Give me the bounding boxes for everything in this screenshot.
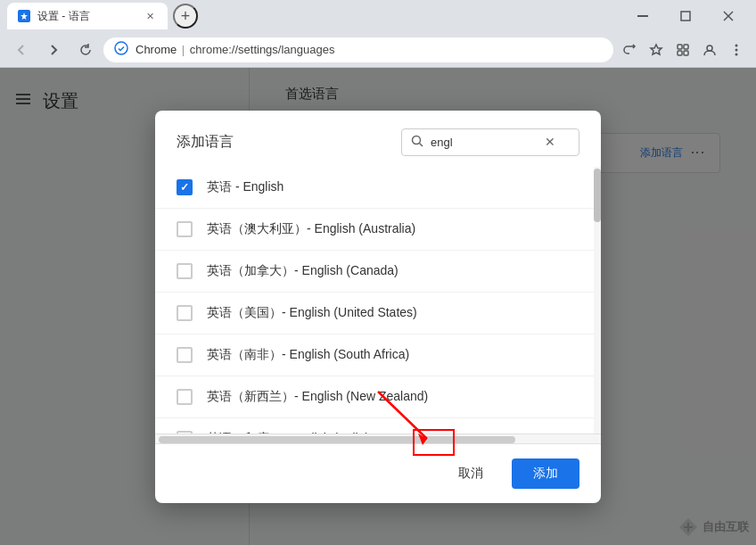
svg-rect-1 [681,12,690,21]
svg-point-4 [115,42,127,54]
modal-body: 英语 - English 英语（澳大利亚）- English (Australi… [155,167,601,443]
active-tab[interactable]: 设置 - 语言 ✕ [7,3,168,29]
language-list[interactable]: 英语 - English 英语（澳大利亚）- English (Australi… [155,167,594,434]
lang-name-english-us: 英语（美国）- English (United States) [207,305,417,321]
modal-list-container: 英语 - English 英语（澳大利亚）- English (Australi… [155,167,601,434]
lang-checkbox-english[interactable] [177,179,193,195]
modal-hscroll-thumb [159,436,515,443]
add-button[interactable]: 添加 [512,458,579,489]
lang-list-item[interactable]: 英语（印度）- English (India) [155,418,594,434]
svg-point-13 [735,53,738,55]
share-button[interactable] [617,37,642,62]
lang-list-item[interactable]: 英语（新西兰）- English (New Zealand) [155,376,594,418]
lang-name-english-canada: 英语（加拿大）- English (Canada) [207,263,399,279]
address-security-icon [114,41,128,58]
tab-close-button[interactable]: ✕ [143,9,157,23]
window-controls [622,2,749,30]
page-content: 设置 首选语言 网站会尽可能... 中文（简体） 添加语言 ⋮ 1. 中...将… [0,68,756,545]
modal-overlay: 添加语言 ✕ [0,68,756,545]
svg-rect-6 [678,45,682,49]
language-search-box[interactable]: ✕ [401,128,579,156]
browser-window: 设置 - 语言 ✕ + [0,0,756,545]
forward-button[interactable] [39,36,68,64]
modal-title: 添加语言 [177,133,234,152]
lang-name-english-sa: 英语（南非）- English (South Africa) [207,347,409,363]
menu-button[interactable] [724,37,749,62]
profile-button[interactable] [697,37,722,62]
address-actions [617,37,749,62]
svg-point-17 [413,136,421,144]
search-clear-button[interactable]: ✕ [545,135,555,149]
svg-point-10 [707,45,712,51]
add-language-modal: 添加语言 ✕ [155,111,601,503]
lang-checkbox-english-us[interactable] [177,305,193,321]
lang-checkbox-english-australia[interactable] [177,221,193,237]
new-tab-button[interactable]: + [173,4,198,29]
lang-checkbox-english-sa[interactable] [177,347,193,363]
cancel-button[interactable]: 取消 [440,458,501,489]
tab-title: 设置 - 语言 [37,9,90,24]
lang-list-item[interactable]: 英语（加拿大）- English (Canada) [155,251,594,293]
lang-checkbox-english-canada[interactable] [177,263,193,279]
modal-header: 添加语言 ✕ [155,111,601,167]
svg-point-11 [735,44,738,46]
reload-button[interactable] [71,36,100,64]
modal-footer: 取消 添加 [155,443,601,503]
modal-horizontal-scrollbar[interactable] [155,434,601,443]
close-button[interactable] [708,2,749,30]
svg-rect-9 [684,51,688,55]
minimize-button[interactable] [622,2,663,30]
svg-rect-8 [678,51,682,55]
tab-strip: 设置 - 语言 ✕ + [7,3,198,29]
address-text: Chrome | chrome://settings/languages [136,43,334,56]
lang-list-item[interactable]: 英语 - English [155,167,594,209]
svg-line-18 [420,143,423,146]
address-input[interactable]: Chrome | chrome://settings/languages [103,37,613,62]
lang-name-english-nz: 英语（新西兰）- English (New Zealand) [207,389,428,405]
search-icon [411,135,423,150]
lang-list-item[interactable]: 英语（美国）- English (United States) [155,293,594,334]
bookmark-button[interactable] [644,37,669,62]
title-bar: 设置 - 语言 ✕ + [0,0,756,32]
svg-rect-7 [684,45,688,49]
address-bar: Chrome | chrome://settings/languages [0,32,756,68]
lang-name-english: 英语 - English [207,179,284,195]
modal-scrollbar[interactable] [594,167,601,434]
svg-point-12 [735,48,738,51]
tab-favicon [18,10,30,22]
lang-checkbox-english-nz[interactable] [177,389,193,405]
extension-button[interactable] [670,37,695,62]
back-button[interactable] [7,36,36,64]
svg-marker-5 [651,45,662,54]
restore-button[interactable] [665,2,706,30]
lang-list-item[interactable]: 英语（澳大利亚）- English (Australia) [155,209,594,251]
svg-rect-0 [637,15,648,17]
lang-name-english-australia: 英语（澳大利亚）- English (Australia) [207,221,415,237]
modal-scrollbar-thumb[interactable] [594,169,601,222]
lang-list-item[interactable]: 英语（南非）- English (South Africa) [155,334,594,376]
language-search-input[interactable] [431,136,538,149]
